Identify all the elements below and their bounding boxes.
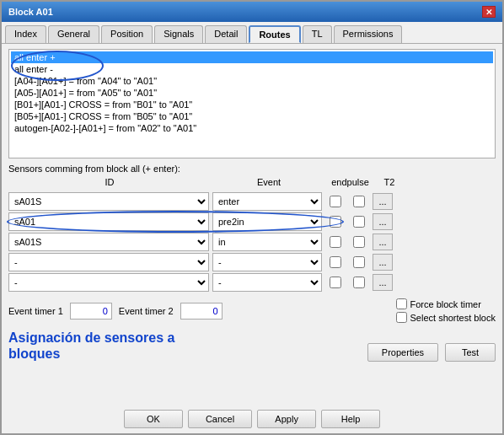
sensor-event-select-3[interactable]: in [212, 233, 322, 251]
sensor-id-select-2[interactable]: sA01 [8, 212, 209, 231]
force-block-timer-label: Force block timer [410, 299, 481, 309]
props-test-buttons: Properties Test [367, 343, 496, 362]
list-item[interactable]: [B01+][A01-] CROSS = from "B01" to "A01" [11, 99, 493, 110]
sensor-dots-button-5[interactable]: ... [373, 274, 393, 291]
force-block-timer-row: Force block timer [396, 298, 496, 309]
sensor-dots-button-2[interactable]: ... [373, 213, 393, 230]
endpulse-checkbox-1[interactable] [327, 196, 344, 207]
title-bar: Block A01 ✕ [2, 2, 502, 22]
list-item[interactable]: [A05-][A01+] = from "A05" to "A01" [11, 87, 493, 99]
sensor-dots-button-4[interactable]: ... [373, 254, 393, 271]
t2-check-3 [349, 236, 369, 248]
bottom-section: Asignación de sensores abloques Properti… [8, 330, 496, 362]
sensor-table: sA01S enter ... sA01 [8, 192, 496, 292]
column-header-t2: T2 [377, 177, 402, 187]
t2-checkbox-1[interactable] [351, 196, 367, 207]
list-item[interactable]: [A04-][A01+] = from "A04" to "A01" [11, 75, 493, 87]
column-header-endpulse: endpulse [327, 177, 373, 187]
timers-row: Event timer 1 Event timer 2 Force block … [8, 298, 496, 323]
select-shortest-row: Select shortest block [396, 312, 496, 323]
tab-signals[interactable]: Signals [154, 25, 203, 43]
t2-checkbox-2[interactable] [351, 216, 367, 228]
column-header-id: ID [8, 177, 211, 187]
endpulse-checkbox-5[interactable] [327, 277, 344, 288]
sensors-label: Sensors comming from block all (+ enter)… [8, 164, 496, 174]
sensor-id-select-5[interactable]: - [8, 273, 209, 292]
event-timer2-label: Event timer 2 [119, 306, 174, 316]
main-content: all enter + all enter - [A04-][A01+] = f… [2, 44, 502, 406]
sensor-row-1: sA01S enter ... [8, 192, 496, 211]
sensor-id-select-4[interactable]: - [8, 253, 209, 271]
route-list-wrapper: all enter + all enter - [A04-][A01+] = f… [8, 49, 496, 158]
select-shortest-label: Select shortest block [410, 313, 496, 323]
tab-bar: Index General Position Signals Detail Ro… [2, 22, 502, 44]
sensor-event-select-4[interactable]: - [212, 253, 322, 271]
tab-general[interactable]: General [48, 25, 99, 43]
route-list[interactable]: all enter + all enter - [A04-][A01+] = f… [9, 50, 495, 158]
sensor-row-4: - - ... [8, 253, 496, 271]
endpulse-checkbox-4[interactable] [327, 256, 344, 268]
test-button[interactable]: Test [445, 343, 496, 362]
ok-button[interactable]: OK [124, 410, 183, 428]
endpulse-check-5 [325, 277, 346, 288]
tab-tl[interactable]: TL [303, 25, 332, 43]
t2-checkbox-4[interactable] [351, 256, 367, 268]
list-item[interactable]: [B05+][A01-] CROSS = from "B05" to "A01" [11, 110, 493, 122]
t2-check-2 [349, 216, 369, 228]
sensor-id-select-3[interactable]: sA01S [8, 233, 209, 251]
t2-check-5 [349, 277, 369, 288]
endpulse-check-1 [325, 196, 346, 207]
cancel-button[interactable]: Cancel [188, 410, 252, 428]
sensor-id-select-1[interactable]: sA01S [8, 192, 209, 211]
select-shortest-checkbox[interactable] [396, 312, 407, 323]
route-list-container[interactable]: all enter + all enter - [A04-][A01+] = f… [8, 49, 496, 158]
event-timer1-input[interactable] [70, 303, 112, 320]
t2-check-4 [349, 256, 369, 268]
t2-checkbox-3[interactable] [351, 236, 367, 248]
endpulse-check-3 [325, 236, 346, 248]
list-item[interactable]: all enter - [11, 63, 493, 75]
t2-checkbox-5[interactable] [351, 277, 367, 288]
sensor-event-select-1[interactable]: enter [212, 192, 322, 211]
t2-check-1 [349, 196, 369, 207]
sensor-row-2: sA01 pre2in ... [8, 212, 496, 231]
sensor-event-select-2[interactable]: pre2in [212, 212, 322, 231]
endpulse-check-2 [325, 216, 346, 228]
sensor-event-select-5[interactable]: - [212, 273, 322, 292]
sensor-row-5: - - ... [8, 273, 496, 292]
endpulse-checkbox-2[interactable] [327, 216, 344, 228]
list-item[interactable]: all enter + [11, 51, 493, 63]
main-window: Block A01 ✕ Index General Position Signa… [0, 0, 504, 435]
list-item[interactable]: autogen-[A02-]-[A01+] = from "A02" to "A… [11, 122, 493, 134]
tab-index[interactable]: Index [5, 25, 46, 43]
tab-detail[interactable]: Detail [205, 25, 247, 43]
event-timer1-label: Event timer 1 [8, 306, 63, 316]
apply-button[interactable]: Apply [257, 410, 316, 428]
properties-button[interactable]: Properties [367, 343, 438, 362]
column-header-event: Event [214, 177, 324, 187]
tab-routes[interactable]: Routes [249, 25, 300, 43]
annotation-label: Asignación de sensores abloques [8, 330, 174, 362]
footer-buttons: OK Cancel Apply Help [2, 406, 502, 433]
tab-position[interactable]: Position [101, 25, 153, 43]
tab-permissions[interactable]: Permissions [334, 25, 403, 43]
close-button[interactable]: ✕ [482, 6, 496, 18]
event-timer2-input[interactable] [180, 303, 223, 320]
window-title: Block A01 [8, 7, 53, 17]
endpulse-checkbox-3[interactable] [327, 236, 344, 248]
sensor-row-3: sA01S in ... [8, 233, 496, 251]
timer-checkboxes: Force block timer Select shortest block [396, 298, 496, 323]
force-block-timer-checkbox[interactable] [396, 298, 407, 309]
endpulse-check-4 [325, 256, 346, 268]
sensor-dots-button-3[interactable]: ... [373, 234, 393, 250]
help-button[interactable]: Help [321, 410, 380, 428]
sensor-table-header: ID Event endpulse T2 [8, 177, 496, 187]
sensor-dots-button-1[interactable]: ... [373, 193, 393, 210]
